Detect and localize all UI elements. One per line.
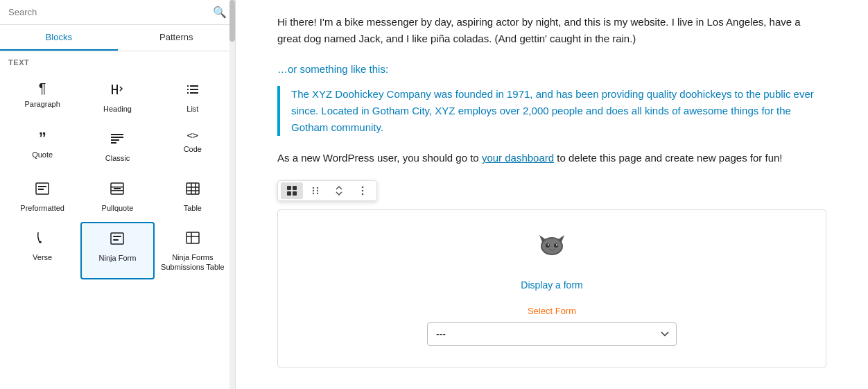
svg-point-36 <box>313 187 314 189</box>
display-form-link[interactable]: Display a form <box>521 277 582 293</box>
svg-point-46 <box>542 239 562 254</box>
block-item-preformatted[interactable]: Preformatted <box>6 173 79 221</box>
blockquote-text: The XYZ Doohickey Company was founded in… <box>291 86 826 136</box>
block-item-heading[interactable]: Heading <box>80 74 154 121</box>
svg-point-43 <box>362 190 364 192</box>
ninja-form-label: Ninja Form <box>99 253 137 263</box>
list-icon <box>184 81 201 100</box>
block-item-quote[interactable]: ” Quote <box>6 123 79 171</box>
table-label: Table <box>184 203 202 213</box>
svg-point-37 <box>317 187 318 189</box>
search-bar: 🔍 <box>0 0 235 25</box>
svg-point-41 <box>317 193 318 194</box>
block-item-paragraph[interactable]: ¶ Paragraph <box>6 74 79 121</box>
dashboard-link[interactable]: your dashboard <box>482 152 554 164</box>
paragraph-icon: ¶ <box>39 81 46 95</box>
tab-patterns[interactable]: Patterns <box>118 25 236 51</box>
ninja-forms-submissions-icon <box>184 230 201 248</box>
svg-rect-4 <box>190 85 198 87</box>
preformatted-icon <box>34 180 51 199</box>
svg-rect-19 <box>114 188 121 189</box>
select-form-dropdown[interactable]: --- <box>427 322 677 346</box>
svg-rect-6 <box>190 89 198 90</box>
tab-bar: Blocks Patterns <box>0 25 235 51</box>
svg-rect-18 <box>111 190 123 191</box>
toolbar-btn-more[interactable] <box>351 182 374 199</box>
svg-rect-7 <box>187 92 189 94</box>
normal-text-after: to delete this page and create new pages… <box>554 152 782 164</box>
svg-rect-11 <box>111 139 119 141</box>
toolbar-btn-arrows[interactable] <box>328 182 350 199</box>
ninja-form-block: Display a form Select Form --- <box>277 209 826 368</box>
code-label: Code <box>184 144 202 154</box>
block-item-verse[interactable]: Verse <box>6 222 79 280</box>
svg-point-50 <box>556 244 557 245</box>
svg-rect-34 <box>287 191 291 196</box>
pullquote-label: Pullquote <box>102 203 134 213</box>
block-toolbar <box>277 180 377 201</box>
search-input[interactable] <box>8 7 207 17</box>
preformatted-label: Preformatted <box>20 203 64 213</box>
pullquote-icon <box>109 180 125 199</box>
classic-label: Classic <box>105 153 130 163</box>
svg-rect-2 <box>112 89 118 90</box>
svg-rect-29 <box>186 232 199 243</box>
block-item-table[interactable]: Table <box>156 173 229 221</box>
svg-rect-12 <box>111 142 116 144</box>
section-label-text: TEXT <box>0 51 235 71</box>
block-item-pullquote[interactable]: Pullquote <box>80 173 154 221</box>
block-item-ninja-form[interactable]: Ninja Form <box>80 222 154 280</box>
sidebar: 🔍 Blocks Patterns TEXT ¶ Paragraph Headi… <box>0 0 236 389</box>
ninja-form-icon <box>109 230 125 249</box>
or-text: …or something like this: <box>277 61 826 78</box>
verse-label: Verse <box>33 252 52 262</box>
svg-rect-14 <box>38 186 46 187</box>
svg-rect-20 <box>186 183 199 194</box>
bio-text: Hi there! I'm a bike messenger by day, a… <box>277 14 826 47</box>
toolbar-btn-grid[interactable] <box>281 182 303 199</box>
svg-rect-26 <box>111 233 123 244</box>
heading-label: Heading <box>103 104 132 114</box>
ninja-form-block-icon <box>535 231 568 269</box>
blockquote-block: The XYZ Doohickey Company was founded in… <box>277 86 826 136</box>
sidebar-scrollbar[interactable] <box>229 0 235 389</box>
svg-point-40 <box>313 193 314 194</box>
quote-icon: ” <box>39 130 46 146</box>
svg-point-25 <box>39 241 42 243</box>
svg-rect-3 <box>187 85 189 87</box>
svg-rect-32 <box>287 186 291 190</box>
tab-blocks[interactable]: Blocks <box>0 25 118 51</box>
ninja-forms-submissions-label: Ninja Forms Submissions Table <box>159 252 226 273</box>
svg-rect-15 <box>38 189 44 190</box>
svg-rect-35 <box>293 191 297 196</box>
paragraph-label: Paragraph <box>24 99 60 109</box>
svg-rect-33 <box>293 186 297 190</box>
svg-rect-5 <box>187 89 189 90</box>
normal-text: As a new WordPress user, you should go t… <box>277 150 826 166</box>
block-item-list[interactable]: List <box>156 74 229 121</box>
svg-rect-9 <box>111 134 123 135</box>
svg-rect-17 <box>111 187 123 188</box>
normal-text-before: As a new WordPress user, you should go t… <box>277 152 482 164</box>
toolbar-btn-drag[interactable] <box>304 182 327 199</box>
svg-point-38 <box>313 190 314 191</box>
select-form-label: Select Form <box>528 304 576 319</box>
blocks-grid: ¶ Paragraph Heading <box>0 71 235 282</box>
svg-rect-28 <box>113 239 119 241</box>
table-icon <box>184 180 201 199</box>
sidebar-scrollthumb[interactable] <box>229 0 235 42</box>
code-icon: <> <box>186 130 198 140</box>
svg-point-47 <box>546 243 550 248</box>
svg-point-42 <box>362 187 364 189</box>
quote-label: Quote <box>32 150 53 159</box>
list-label: List <box>186 104 198 114</box>
svg-point-49 <box>548 244 549 245</box>
svg-rect-8 <box>190 92 198 94</box>
svg-point-39 <box>317 190 318 191</box>
block-item-classic[interactable]: Classic <box>80 123 154 171</box>
block-item-ninja-forms-submissions[interactable]: Ninja Forms Submissions Table <box>156 222 229 280</box>
verse-icon <box>34 230 51 248</box>
block-item-code[interactable]: <> Code <box>156 123 229 171</box>
svg-rect-10 <box>111 137 123 138</box>
search-icon[interactable]: 🔍 <box>213 6 227 19</box>
